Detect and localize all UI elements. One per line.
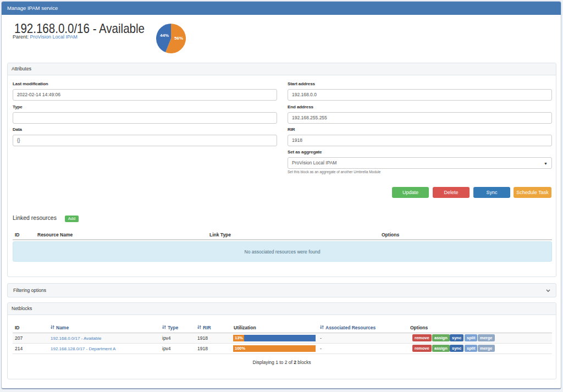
svg-text:56%: 56% [174,36,183,41]
svg-text:44%: 44% [160,33,169,38]
